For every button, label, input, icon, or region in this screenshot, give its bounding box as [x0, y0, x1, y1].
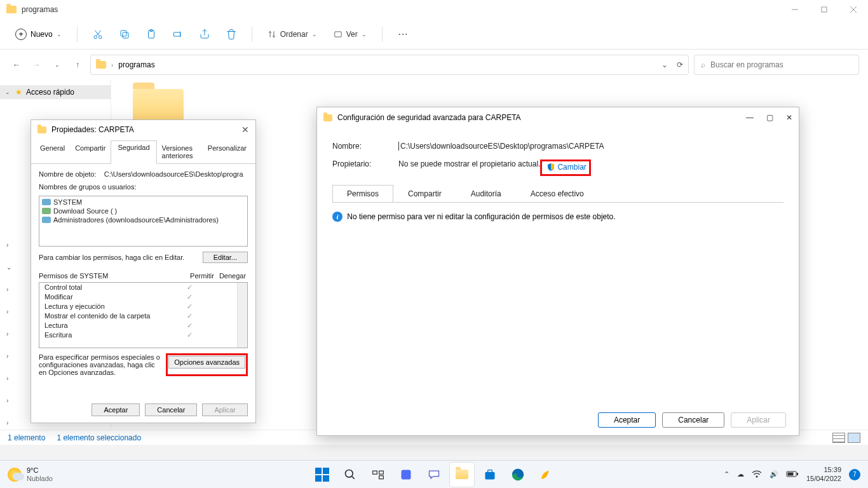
close-button[interactable]: ✕: [241, 125, 249, 135]
up-button[interactable]: ↑: [70, 57, 85, 72]
weather-cond: Nublado: [27, 475, 53, 482]
chevron-down-icon[interactable]: ⌄: [661, 60, 668, 69]
maximize-button[interactable]: ▢: [766, 113, 773, 122]
paste-button[interactable]: [140, 23, 163, 46]
svg-line-23: [352, 476, 355, 478]
tab-compartir[interactable]: Compartir: [70, 140, 111, 163]
svg-rect-17: [334, 31, 341, 36]
tab-compartir[interactable]: Compartir: [393, 185, 456, 203]
ok-button[interactable]: Aceptar: [92, 403, 140, 416]
rename-button[interactable]: [166, 23, 189, 46]
list-item[interactable]: SYSTEM: [41, 198, 246, 207]
notifications-badge[interactable]: 7: [849, 469, 860, 480]
share-button[interactable]: [193, 23, 216, 46]
change-hint: Para cambiar los permisos, haga clic en …: [39, 254, 184, 261]
more-button[interactable]: ⋯: [391, 23, 414, 46]
name-value: C:\Users\downloadsourceES\Desktop\progra…: [398, 142, 604, 151]
task-view-button[interactable]: [366, 463, 390, 487]
edit-button[interactable]: Editar...: [203, 252, 248, 263]
apply-button[interactable]: Aplicar: [202, 403, 248, 416]
separator: [382, 27, 383, 42]
ok-button[interactable]: Aceptar: [598, 412, 656, 428]
svg-rect-25: [379, 471, 384, 474]
refresh-button[interactable]: ⟳: [677, 60, 683, 69]
svg-rect-9: [121, 30, 126, 36]
svg-point-4: [94, 36, 97, 39]
copy-button[interactable]: [113, 23, 136, 46]
view-list-icon[interactable]: [832, 433, 845, 443]
advanced-options-button[interactable]: Opciones avanzadas: [168, 356, 245, 369]
new-button[interactable]: + Nuevo ⌄: [9, 26, 68, 43]
maximize-button[interactable]: [810, 0, 839, 19]
object-name-label: Nombre de objeto:: [39, 170, 97, 178]
close-button[interactable]: [839, 0, 868, 19]
users-icon: [42, 199, 51, 205]
weather-widget[interactable]: 9°C Nublado: [8, 466, 53, 482]
store-button[interactable]: [478, 463, 502, 487]
minimize-button[interactable]: —: [746, 113, 754, 122]
check-icon: ✓: [174, 312, 205, 320]
recent-button[interactable]: ⌄: [50, 57, 65, 72]
tab-personalizar[interactable]: Personalizar: [203, 140, 252, 163]
navigation-row: ← → ⌄ ↑ › programas ⌄ ⟳ ⌕: [0, 50, 868, 80]
back-button[interactable]: ←: [9, 57, 24, 72]
file-explorer-button[interactable]: [450, 463, 474, 487]
explorer-toolbar: + Nuevo ⌄ Ordenar ⌄ Ver ⌄ ⋯: [0, 19, 868, 50]
close-button[interactable]: ✕: [786, 113, 792, 122]
forward-button[interactable]: →: [29, 57, 44, 72]
tab-permisos[interactable]: Permisos: [332, 185, 393, 203]
search-button[interactable]: [338, 463, 362, 487]
list-item[interactable]: Download Source ( ): [41, 207, 246, 215]
table-row: Escritura✓: [39, 330, 247, 340]
chevron-down-icon: ⌄: [312, 31, 317, 37]
apply-button[interactable]: Aplicar: [731, 412, 786, 428]
status-count: 1 elemento: [8, 433, 45, 442]
tab-general[interactable]: General: [35, 140, 70, 163]
delete-button[interactable]: [220, 23, 243, 46]
volume-icon[interactable]: 🔊: [770, 470, 778, 478]
widgets-button[interactable]: [394, 463, 418, 487]
tab-acceso-efectivo[interactable]: Acceso efectivo: [516, 185, 599, 203]
start-button[interactable]: [310, 463, 334, 487]
folder-icon: [323, 114, 332, 121]
list-item[interactable]: Administradores (downloadsourceE\Adminis…: [41, 215, 246, 224]
onedrive-icon[interactable]: ☁: [737, 470, 744, 478]
tabs-row: General Compartir Seguridad Versiones an…: [31, 140, 255, 164]
svg-rect-26: [379, 475, 384, 478]
sidebar-quick-access[interactable]: ⌄ ★ Acceso rápido: [0, 85, 111, 99]
cancel-button[interactable]: Cancelar: [145, 403, 197, 416]
search-input[interactable]: [710, 60, 852, 69]
battery-icon[interactable]: [786, 470, 799, 479]
edge-button[interactable]: [506, 463, 530, 487]
date: 15/04/2022: [806, 475, 841, 483]
sort-button[interactable]: Ordenar ⌄: [261, 27, 323, 41]
search-box[interactable]: ⌕: [694, 55, 859, 75]
change-owner-link[interactable]: Cambiar: [547, 163, 586, 172]
minimize-button[interactable]: [780, 0, 810, 19]
groups-listbox[interactable]: SYSTEM Download Source ( ) Administrador…: [39, 196, 248, 247]
explorer-titlebar: programas: [0, 0, 868, 19]
dialog-title: Configuración de seguridad avanzada para…: [337, 113, 521, 122]
wifi-icon[interactable]: [752, 470, 762, 479]
check-icon: ✓: [174, 293, 205, 301]
view-button[interactable]: Ver ⌄: [327, 27, 373, 41]
address-bar[interactable]: › programas ⌄ ⟳: [90, 55, 689, 75]
clock[interactable]: 15:39 15/04/2022: [806, 466, 841, 482]
chevron-up-icon[interactable]: ⌃: [724, 470, 729, 478]
dialog-title: Propiedades: CARPETA: [51, 125, 134, 134]
tab-auditoria[interactable]: Auditoría: [456, 185, 516, 203]
cancel-button[interactable]: Cancelar: [662, 412, 724, 428]
chevron-down-icon: ⌄: [57, 31, 62, 37]
time: 15:39: [806, 466, 841, 474]
scrollbar[interactable]: [237, 283, 247, 348]
status-selected: 1 elemento seleccionado: [57, 433, 141, 442]
cut-button[interactable]: [86, 23, 109, 46]
properties-dialog: Propiedades: CARPETA ✕ General Compartir…: [31, 119, 256, 423]
taskbar: 9°C Nublado ⌃ ☁ 🔊 15:39 15/04/2022 7: [0, 460, 868, 488]
pinned-app[interactable]: [534, 463, 558, 487]
chat-button[interactable]: [422, 463, 446, 487]
breadcrumb[interactable]: programas: [118, 60, 154, 69]
view-details-icon[interactable]: [848, 433, 860, 443]
tab-versiones[interactable]: Versiones anteriores: [157, 140, 203, 163]
tab-seguridad[interactable]: Seguridad: [111, 140, 156, 164]
